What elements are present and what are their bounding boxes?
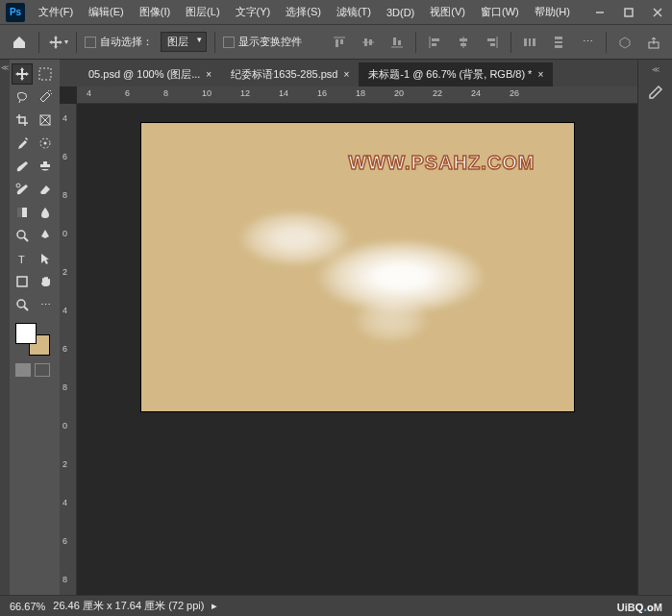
- document-tabs: 05.psd @ 100% (图层...× 纪委标语1635-285.psd× …: [60, 60, 637, 86]
- app-logo: Ps: [6, 3, 25, 22]
- menu-edit[interactable]: 编辑(E): [81, 1, 132, 23]
- ruler-tick: 4: [62, 113, 67, 123]
- close-button[interactable]: [643, 0, 672, 25]
- foreground-color[interactable]: [15, 323, 37, 344]
- status-bar: 66.67% 26.46 厘米 x 17.64 厘米 (72 ppi) ▸: [0, 595, 672, 616]
- marquee-tool[interactable]: [35, 63, 56, 85]
- 3d-mode-icon[interactable]: [614, 32, 635, 53]
- type-tool[interactable]: T: [12, 248, 33, 269]
- shape-tool[interactable]: [12, 271, 33, 292]
- clone-stamp-tool[interactable]: [35, 156, 56, 177]
- color-swatches[interactable]: [12, 323, 58, 359]
- align-bottom-icon[interactable]: [386, 32, 408, 53]
- tab-0[interactable]: 05.psd @ 100% (图层...×: [79, 62, 221, 86]
- standard-mode[interactable]: [15, 363, 31, 377]
- history-brush-tool[interactable]: [12, 179, 33, 200]
- share-icon[interactable]: [643, 32, 664, 53]
- document-canvas[interactable]: WWW.PSAHZ.COM: [141, 123, 574, 411]
- show-transform-checkbox[interactable]: 显示变换控件: [223, 35, 302, 49]
- distribute-h-icon[interactable]: [519, 32, 540, 53]
- pen-tool[interactable]: [35, 225, 56, 246]
- align-left-icon[interactable]: [424, 32, 445, 53]
- svg-rect-25: [555, 37, 562, 39]
- path-selection-tool[interactable]: [35, 248, 56, 269]
- separator: [606, 32, 607, 53]
- ruler-tick: 10: [202, 88, 212, 98]
- ruler-horizontal[interactable]: 4 6 8 10 12 14 16 18 20 22 24 26: [77, 86, 637, 104]
- frame-tool[interactable]: [35, 110, 56, 131]
- blur-tool[interactable]: [35, 202, 56, 223]
- svg-rect-36: [17, 208, 27, 217]
- window-controls: [585, 0, 672, 25]
- layer-dropdown[interactable]: 图层: [161, 32, 207, 52]
- edit-tool-icon[interactable]: [645, 82, 666, 103]
- align-vcenter-icon[interactable]: [358, 32, 379, 53]
- menu-file[interactable]: 文件(F): [31, 1, 81, 23]
- ruler-vertical[interactable]: 4 6 8 0 2 4 6 8 0 2 4 6 8: [60, 104, 77, 595]
- collapse-chevron-icon[interactable]: ≪: [1, 63, 9, 72]
- move-tool[interactable]: [12, 63, 33, 85]
- ruler-tick: 4: [62, 498, 67, 507]
- menu-help[interactable]: 帮助(H): [527, 1, 578, 23]
- ruler-tick: 6: [62, 152, 67, 161]
- align-hcenter-icon[interactable]: [453, 32, 474, 53]
- healing-tool[interactable]: [35, 133, 56, 154]
- options-bar: ▾ 自动选择： 图层 显示变换控件 ⋯: [0, 25, 672, 60]
- status-menu-chevron-icon[interactable]: ▸: [212, 600, 217, 612]
- align-right-icon[interactable]: [482, 32, 503, 53]
- dodge-tool[interactable]: [12, 225, 33, 246]
- tab-2[interactable]: 未标题-1 @ 66.7% (背景, RGB/8) *×: [359, 62, 553, 86]
- menu-window[interactable]: 窗口(W): [473, 1, 527, 23]
- svg-rect-24: [533, 38, 535, 46]
- menu-filter[interactable]: 滤镜(T): [329, 1, 379, 23]
- quick-mask-mode[interactable]: [35, 363, 50, 377]
- auto-select-checkbox[interactable]: 自动选择：: [85, 35, 153, 49]
- close-icon[interactable]: ×: [537, 69, 543, 80]
- toolbox: T ⋯: [10, 60, 60, 595]
- cloud-graphic: [353, 296, 430, 344]
- eyedropper-tool[interactable]: [12, 133, 33, 154]
- distribute-v-icon[interactable]: [548, 32, 569, 53]
- separator: [76, 32, 77, 53]
- ruler-tick: 6: [62, 536, 67, 546]
- menu-select[interactable]: 选择(S): [278, 1, 329, 23]
- magic-wand-tool[interactable]: [35, 86, 56, 108]
- ruler-tick: 4: [62, 306, 67, 315]
- menu-view[interactable]: 视图(V): [422, 1, 473, 23]
- more-options-icon[interactable]: ⋯: [577, 32, 598, 53]
- ruler-tick: 8: [62, 382, 67, 392]
- svg-rect-21: [490, 43, 495, 46]
- svg-rect-9: [369, 39, 372, 45]
- zoom-level[interactable]: 66.67%: [10, 601, 45, 612]
- svg-rect-15: [432, 43, 436, 46]
- zoom-tool[interactable]: [12, 294, 33, 315]
- brush-tool[interactable]: [12, 156, 33, 177]
- home-icon[interactable]: [8, 31, 31, 54]
- gradient-tool[interactable]: [12, 202, 33, 223]
- tab-1[interactable]: 纪委标语1635-285.psd×: [221, 62, 359, 86]
- menu-layer[interactable]: 图层(L): [178, 1, 227, 23]
- align-top-icon[interactable]: [329, 32, 350, 53]
- eraser-tool[interactable]: [35, 179, 56, 200]
- svg-line-3: [654, 9, 661, 16]
- move-tool-icon[interactable]: ▾: [47, 32, 68, 53]
- crop-tool[interactable]: [12, 110, 33, 131]
- minimize-button[interactable]: [585, 0, 614, 25]
- edit-toolbar[interactable]: ⋯: [35, 294, 56, 315]
- lasso-tool[interactable]: [12, 86, 33, 108]
- maximize-button[interactable]: [614, 0, 643, 25]
- close-icon[interactable]: ×: [206, 69, 212, 80]
- close-icon[interactable]: ×: [343, 69, 349, 80]
- menu-3d[interactable]: 3D(D): [379, 3, 422, 22]
- canvas-viewport[interactable]: WWW.PSAHZ.COM: [77, 104, 637, 595]
- svg-rect-17: [460, 38, 467, 41]
- menu-type[interactable]: 文字(Y): [228, 1, 279, 23]
- expand-chevron-icon[interactable]: ≪: [652, 65, 660, 74]
- menu-image[interactable]: 图像(I): [132, 1, 178, 23]
- ruler-tick: 26: [510, 88, 519, 98]
- tab-label: 未标题-1 @ 66.7% (背景, RGB/8) *: [368, 67, 532, 82]
- auto-select-label: 自动选择：: [100, 36, 153, 47]
- svg-line-43: [24, 307, 28, 310]
- ruler-tick: 6: [62, 344, 67, 354]
- hand-tool[interactable]: [35, 271, 56, 292]
